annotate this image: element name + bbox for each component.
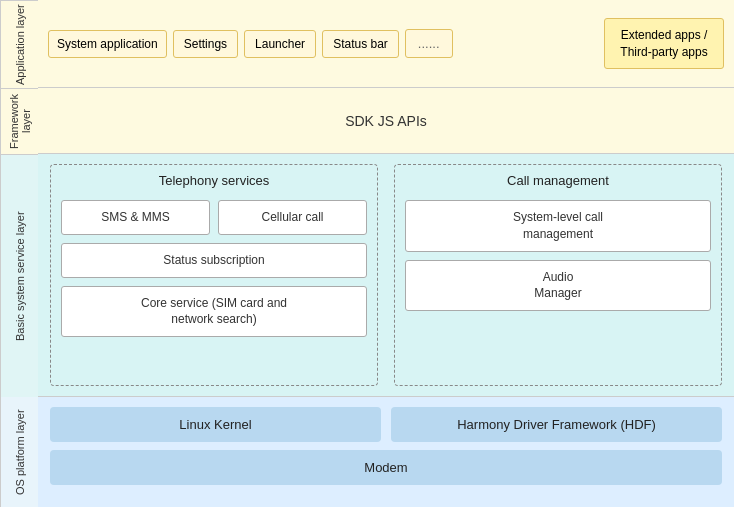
hdf-box: Harmony Driver Framework (HDF) (391, 407, 722, 442)
telephony-title: Telephony services (61, 173, 367, 188)
status-bar-box: Status bar (322, 30, 399, 58)
label-application: Application layer (0, 0, 38, 88)
core-service-box: Core service (SIM card andnetwork search… (61, 286, 367, 338)
telephony-row1: SMS & MMS Cellular call (61, 200, 367, 235)
framework-layer: SDK JS APIs (38, 88, 734, 154)
label-os: OS platform layer (0, 397, 38, 507)
basic-system-layer: Telephony services SMS & MMS Cellular ca… (38, 154, 734, 397)
application-layer: System application Settings Launcher Sta… (38, 0, 734, 88)
call-management-section: Call management System-level callmanagem… (394, 164, 722, 386)
labels-column: Application layer Framework layer Basic … (0, 0, 38, 507)
launcher-box: Launcher (244, 30, 316, 58)
modem-box: Modem (50, 450, 722, 485)
label-basic: Basic system service layer (0, 154, 38, 397)
linux-kernel-box: Linux Kernel (50, 407, 381, 442)
os-top-row: Linux Kernel Harmony Driver Framework (H… (50, 407, 722, 442)
architecture-diagram: Application layer Framework layer Basic … (0, 0, 734, 507)
system-application-box: System application (48, 30, 167, 58)
status-subscription-box: Status subscription (61, 243, 367, 278)
system-call-box: System-level callmanagement (405, 200, 711, 252)
extended-apps-box: Extended apps /Third-party apps (604, 18, 724, 70)
telephony-section: Telephony services SMS & MMS Cellular ca… (50, 164, 378, 386)
os-platform-layer: Linux Kernel Harmony Driver Framework (H… (38, 397, 734, 507)
cellular-call-box: Cellular call (218, 200, 367, 235)
sdk-label: SDK JS APIs (345, 113, 427, 129)
content-column: System application Settings Launcher Sta… (38, 0, 734, 507)
sms-mms-box: SMS & MMS (61, 200, 210, 235)
audio-manager-box: AudioManager (405, 260, 711, 312)
settings-box: Settings (173, 30, 238, 58)
label-framework: Framework layer (0, 88, 38, 154)
ellipsis-box: ...... (405, 29, 453, 58)
call-management-title: Call management (405, 173, 711, 188)
